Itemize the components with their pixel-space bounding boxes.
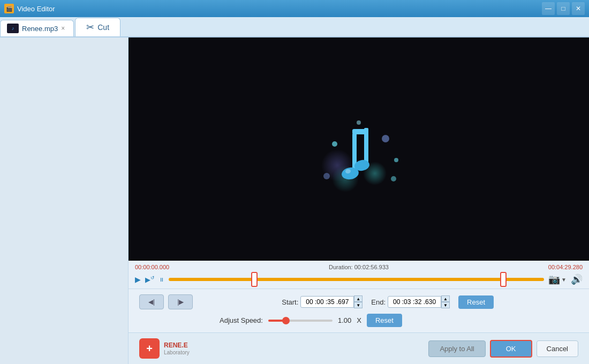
start-spin-buttons: ▲ ▼ xyxy=(354,295,363,308)
end-increment-button[interactable]: ▲ xyxy=(441,295,450,302)
tab-filename: Renee.mp3 xyxy=(22,25,58,33)
apply-to-all-button[interactable]: Apply to All xyxy=(428,340,485,357)
timeline-row: ▶ ▶↺ ⏸ 📷 ▼ 🔊 xyxy=(135,272,583,286)
svg-point-12 xyxy=(323,173,330,179)
stop-button[interactable]: ⏸ xyxy=(159,277,164,283)
trim-reset-button[interactable]: Reset xyxy=(458,295,494,309)
title-bar: 🎬 Video Editor — □ ✕ xyxy=(0,0,589,17)
maximize-button[interactable]: □ xyxy=(557,2,570,15)
app-title: Video Editor xyxy=(17,5,55,13)
end-time-input[interactable] xyxy=(388,296,441,308)
end-decrement-button[interactable]: ▼ xyxy=(441,302,450,308)
svg-point-10 xyxy=(382,135,389,142)
start-time-input[interactable] xyxy=(300,296,354,308)
minimize-button[interactable]: — xyxy=(542,2,555,15)
end-time-field: End: ▲ ▼ xyxy=(371,295,450,308)
tab-bar: ♪ Renee.mp3 × ✂ Cut xyxy=(0,17,589,37)
cut-tab-label: Cut xyxy=(97,23,109,32)
start-increment-button[interactable]: ▲ xyxy=(354,295,363,302)
left-trim-handle[interactable] xyxy=(251,272,258,287)
time-start-label: 00:00:00.000 xyxy=(135,264,169,270)
playback-bar: 00:00:00.000 Duration: 00:02:56.933 00:0… xyxy=(129,261,589,289)
time-end-label: 00:04:29.280 xyxy=(548,264,583,270)
loop-play-button[interactable]: ▶↺ xyxy=(145,275,155,284)
trim-controls: ◀| |▶ Start: ▲ ▼ End: xyxy=(139,294,578,309)
end-input-group: ▲ ▼ xyxy=(388,295,450,308)
start-decrement-button[interactable]: ▼ xyxy=(354,302,363,308)
file-tab[interactable]: ♪ Renee.mp3 × xyxy=(0,20,74,36)
tab-thumbnail: ♪ xyxy=(7,24,19,33)
app-icon: 🎬 xyxy=(4,4,14,13)
cut-icon: ✂ xyxy=(86,21,94,33)
svg-point-13 xyxy=(357,120,361,125)
speed-slider[interactable] xyxy=(268,320,333,322)
speed-reset-button[interactable]: Reset xyxy=(367,314,402,327)
action-buttons: Apply to All OK Cancel xyxy=(428,340,578,358)
time-inputs: Start: ▲ ▼ End: xyxy=(197,295,578,309)
x-label: X xyxy=(357,316,361,324)
tab-close-button[interactable]: × xyxy=(61,25,65,32)
end-spin-buttons: ▲ ▼ xyxy=(441,295,450,308)
cancel-button[interactable]: Cancel xyxy=(537,340,578,357)
speed-value: 1.00 xyxy=(338,316,351,324)
play-button[interactable]: ▶ xyxy=(135,275,141,284)
logo-text: RENE.E Laboratory xyxy=(164,342,190,356)
trim-left-button[interactable]: ◀| xyxy=(139,294,164,309)
timeline-container[interactable] xyxy=(169,274,544,285)
cut-tab[interactable]: ✂ Cut xyxy=(75,18,120,36)
camera-icon: 📷 xyxy=(548,274,560,285)
music-visual xyxy=(305,96,412,203)
volume-icon[interactable]: 🔊 xyxy=(571,274,583,285)
start-time-field: Start: ▲ ▼ xyxy=(282,295,363,308)
bottom-bar: + RENE.E Laboratory Apply to All OK Canc… xyxy=(129,332,589,364)
camera-dropdown-icon[interactable]: ▼ xyxy=(561,277,567,283)
logo-area: + RENE.E Laboratory xyxy=(139,338,190,359)
speed-label: Adjust Speed: xyxy=(220,316,263,324)
sidebar xyxy=(0,37,129,364)
speed-row: Adjust Speed: 1.00 X Reset xyxy=(139,314,578,327)
timeline-track xyxy=(169,278,544,281)
duration-label: Duration: 00:02:56.933 xyxy=(329,264,389,270)
svg-point-9 xyxy=(332,141,337,147)
svg-point-14 xyxy=(391,176,396,181)
video-area: 00:00:00.000 Duration: 00:02:56.933 00:0… xyxy=(129,37,589,364)
start-input-group: ▲ ▼ xyxy=(300,295,363,308)
end-label: End: xyxy=(371,298,386,306)
start-label: Start: xyxy=(282,298,298,306)
controls-section: ◀| |▶ Start: ▲ ▼ End: xyxy=(129,289,589,332)
video-player xyxy=(129,37,589,261)
trim-right-button[interactable]: |▶ xyxy=(168,294,193,309)
svg-point-11 xyxy=(394,158,398,162)
close-button[interactable]: ✕ xyxy=(572,2,585,15)
svg-rect-5 xyxy=(352,129,368,134)
main-layout: 00:00:00.000 Duration: 00:02:56.933 00:0… xyxy=(0,37,589,364)
right-trim-handle[interactable] xyxy=(500,272,507,287)
logo-icon: + xyxy=(139,338,160,359)
ok-button[interactable]: OK xyxy=(490,340,532,358)
screenshot-button[interactable]: 📷 ▼ xyxy=(548,274,567,285)
time-labels: 00:00:00.000 Duration: 00:02:56.933 00:0… xyxy=(135,264,583,270)
